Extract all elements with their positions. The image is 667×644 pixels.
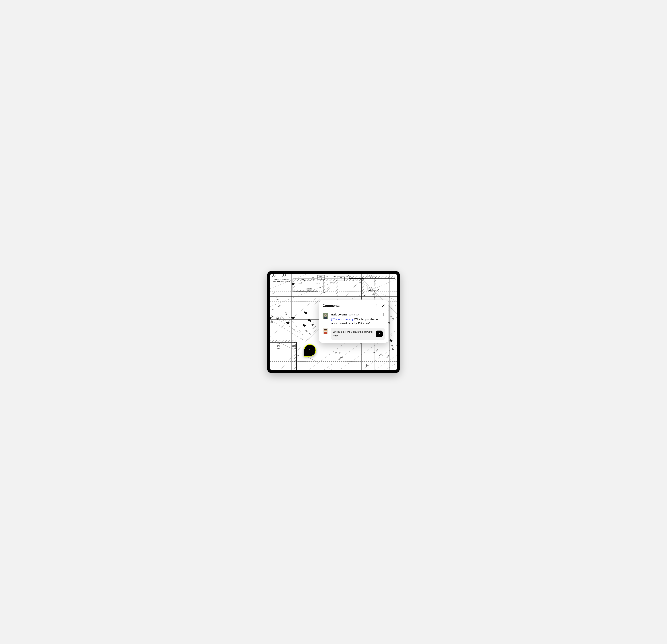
reply-text: Of course, I will update the drawing now…: [333, 330, 374, 337]
comments-header-actions: [375, 304, 385, 308]
reply-row: Of course, I will update the drawing now…: [323, 328, 385, 340]
svg-text:REI120: REI120: [297, 282, 302, 284]
comments-title: Comments: [323, 304, 340, 308]
svg-text:REI120: REI120: [330, 282, 334, 283]
svg-point-139: [377, 307, 377, 307]
comment-timestamp: Just now: [349, 313, 359, 316]
svg-text:41: 41: [270, 316, 273, 319]
svg-text:101.5: 101.5: [292, 348, 296, 349]
svg-rect-3: [293, 281, 295, 290]
svg-text:EI30: EI30: [334, 276, 336, 277]
svg-rect-149: [324, 332, 327, 334]
svg-point-138: [377, 306, 377, 306]
comment-head: Mark Lorentz Just now: [330, 313, 385, 316]
svg-text:2: 2: [283, 274, 284, 277]
svg-text:15.5: 15.5: [282, 319, 286, 321]
svg-text:HP33: HP33: [318, 286, 321, 288]
svg-text:730: 730: [275, 297, 278, 298]
svg-text:REI60: REI60: [316, 282, 320, 284]
svg-text:260: 260: [312, 277, 314, 278]
svg-text:668.5: 668.5: [277, 343, 281, 344]
comment-mention[interactable]: @Tamara Kennedy: [330, 318, 354, 321]
svg-rect-48: [292, 283, 294, 285]
svg-text:1.69: 1.69: [339, 279, 342, 280]
svg-point-137: [377, 304, 377, 305]
comment-text: @Tamara Kennedy Will it be possible to m…: [330, 317, 385, 326]
more-icon[interactable]: [375, 304, 378, 308]
comment-marker-number: 1: [309, 348, 311, 353]
comment-author: Mark Lorentz: [330, 313, 347, 316]
svg-text:250: 250: [271, 321, 273, 323]
svg-text:684: 684: [277, 348, 280, 349]
svg-rect-142: [324, 317, 327, 319]
svg-text:platforma schodowa: platforma schodowa: [274, 279, 289, 280]
svg-text:260: 260: [312, 278, 314, 280]
svg-text:EI30: EI30: [326, 276, 328, 277]
reply-bubble[interactable]: Of course, I will update the drawing now…: [330, 328, 385, 340]
close-icon[interactable]: [381, 304, 385, 308]
svg-text:hydrant: hydrant: [307, 287, 312, 290]
comment-item: Mark Lorentz Just now @Tamara Kennedy Wi…: [323, 313, 385, 326]
svg-text:1751: 1751: [275, 299, 279, 300]
comment-marker[interactable]: 1: [304, 344, 316, 357]
comment-avatar: [323, 313, 328, 319]
svg-text:Z1: Z1: [297, 355, 299, 357]
svg-text:DN33: DN33: [307, 290, 311, 292]
svg-text:dla niepelnosprawnych: dla niepelnosprawnych: [274, 281, 290, 282]
svg-rect-8: [361, 278, 364, 299]
screen[interactable]: -01/K1 6.40 -01/K3 1.69 -01/T3 6.85: [270, 274, 397, 370]
comment-more-icon[interactable]: [382, 313, 385, 316]
svg-text:1065: 1065: [285, 312, 287, 315]
svg-point-145: [384, 314, 384, 315]
svg-text:-01/K3: -01/K3: [339, 277, 343, 278]
svg-text:1: 1: [273, 274, 274, 277]
reply-avatar: [323, 328, 328, 334]
open-reply-button[interactable]: [376, 331, 383, 337]
svg-text:40: 40: [277, 316, 280, 319]
comments-panel: Comments Mark Lorentz Ju: [319, 300, 389, 343]
svg-text:-01/T3: -01/T3: [369, 275, 373, 276]
comments-panel-header: Comments: [323, 304, 385, 310]
tablet-frame: -01/K1 6.40 -01/K3 1.69 -01/T3 6.85: [267, 271, 400, 373]
svg-text:6.85: 6.85: [370, 277, 373, 278]
svg-text:-01/K1: -01/K1: [319, 276, 323, 277]
svg-text:-3.45: -3.45: [306, 279, 310, 281]
svg-rect-5: [323, 279, 325, 293]
comment-body: Mark Lorentz Just now @Tamara Kennedy Wi…: [330, 313, 385, 326]
arrow-up-right-icon: [378, 332, 380, 335]
svg-text:-01/T2: -01/T2: [369, 286, 373, 288]
svg-point-141: [324, 314, 327, 316]
svg-text:6.40: 6.40: [320, 278, 322, 279]
svg-point-144: [384, 313, 384, 314]
svg-text:676: 676: [277, 345, 280, 347]
svg-text:6.85: 6.85: [370, 288, 373, 290]
svg-point-146: [384, 315, 384, 316]
svg-text:108.5: 108.5: [292, 345, 296, 347]
